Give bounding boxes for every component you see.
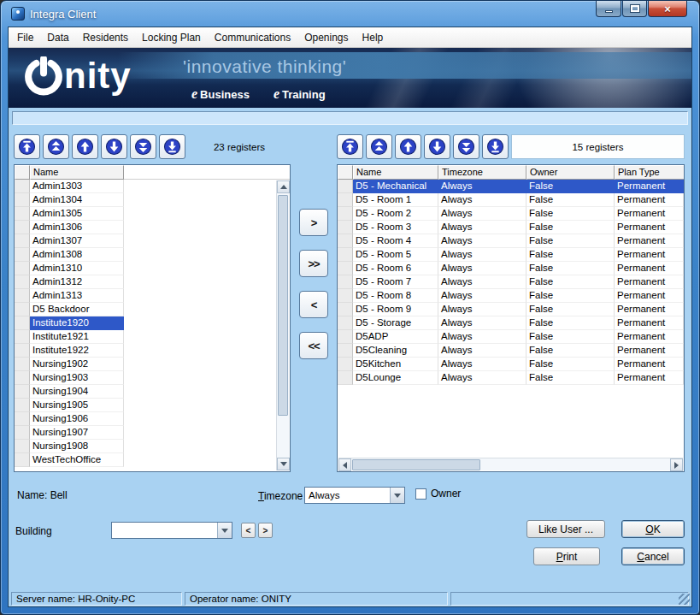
timezone-cell[interactable]: Always [438, 303, 526, 316]
row-selector[interactable] [338, 207, 353, 221]
register-name-cell[interactable]: Nursing1902 [30, 358, 124, 371]
row-selector[interactable] [15, 234, 30, 248]
register-name-cell[interactable]: D5 Backdoor [30, 303, 124, 316]
name-cell[interactable]: D5 - Room 9 [353, 303, 438, 316]
row-selector[interactable] [15, 344, 30, 358]
register-name-cell[interactable]: Admin1307 [30, 234, 124, 248]
register-name-cell[interactable]: Nursing1904 [30, 385, 124, 399]
column-header-owner[interactable]: Owner [526, 165, 615, 180]
name-cell[interactable]: D5 - Room 1 [353, 193, 438, 207]
left-move-down-button[interactable] [101, 134, 127, 159]
row-selector[interactable] [338, 330, 353, 344]
list-item[interactable]: Admin1313 [15, 289, 290, 303]
row-selector[interactable] [338, 180, 353, 193]
menu-item-data[interactable]: Data [40, 28, 75, 47]
timezone-cell[interactable]: Always [438, 193, 526, 207]
owner-cell[interactable]: False [526, 330, 615, 344]
plan-type-cell[interactable]: Permanent [615, 358, 684, 371]
list-item[interactable]: Admin1312 [15, 275, 290, 289]
row-selector[interactable] [15, 289, 30, 303]
row-selector[interactable] [338, 262, 353, 275]
list-item[interactable]: Nursing1906 [15, 412, 290, 426]
list-item[interactable]: Nursing1904 [15, 385, 290, 399]
register-name-cell[interactable]: Nursing1908 [30, 440, 124, 453]
list-item[interactable]: Institute1922 [15, 344, 290, 358]
row-selector[interactable] [338, 275, 353, 289]
register-name-cell[interactable]: Institute1921 [30, 330, 124, 344]
like-user-button[interactable]: Like User ... [526, 520, 605, 538]
right-move-to-top-button[interactable] [337, 134, 363, 159]
register-name-cell[interactable]: Admin1305 [30, 207, 124, 221]
left-vertical-scrollbar[interactable] [276, 180, 289, 470]
timezone-cell[interactable]: Always [438, 248, 526, 262]
row-selector[interactable] [15, 358, 30, 371]
row-selector[interactable] [338, 316, 353, 330]
list-item[interactable]: Nursing1905 [15, 399, 290, 412]
row-selector[interactable] [15, 330, 30, 344]
move-all-right-button[interactable]: >> [299, 250, 328, 277]
left-name-column-header[interactable]: Name [30, 165, 124, 180]
row-selector[interactable] [15, 275, 30, 289]
plan-type-cell[interactable]: Permanent [615, 289, 684, 303]
timezone-cell[interactable]: Always [438, 221, 526, 234]
owner-checkbox[interactable] [415, 488, 426, 500]
name-cell[interactable]: D5Cleaning [353, 344, 438, 358]
name-cell[interactable]: D5 - Room 3 [353, 221, 438, 234]
row-selector[interactable] [15, 440, 30, 453]
name-cell[interactable]: D5Lounge [353, 371, 438, 385]
row-selector[interactable] [15, 316, 30, 330]
row-selector[interactable] [15, 207, 30, 221]
move-left-button[interactable]: < [299, 291, 328, 318]
list-item[interactable]: Institute1921 [15, 330, 290, 344]
timezone-cell[interactable]: Always [438, 316, 526, 330]
register-name-cell[interactable]: Nursing1907 [30, 426, 124, 440]
owner-cell[interactable]: False [526, 180, 615, 193]
table-row[interactable]: D5 - Room 8AlwaysFalsePermanent [338, 289, 684, 303]
left-move-to-top-button[interactable] [14, 134, 40, 159]
list-item[interactable]: Nursing1903 [15, 371, 290, 385]
list-item[interactable]: Admin1307 [15, 234, 290, 248]
row-selector[interactable] [15, 385, 30, 399]
name-cell[interactable]: D5 - Room 8 [353, 289, 438, 303]
owner-cell[interactable]: False [526, 316, 615, 330]
timezone-cell[interactable]: Always [438, 275, 526, 289]
menu-item-locking-plan[interactable]: Locking Plan [135, 28, 208, 47]
table-row[interactable]: D5 - Room 7AlwaysFalsePermanent [338, 275, 684, 289]
owner-cell[interactable]: False [526, 207, 615, 221]
menu-item-residents[interactable]: Residents [76, 28, 135, 47]
row-selector[interactable] [15, 426, 30, 440]
row-selector[interactable] [15, 412, 30, 426]
register-name-cell[interactable]: Admin1313 [30, 289, 124, 303]
register-name-cell[interactable]: Admin1312 [30, 275, 124, 289]
row-selector[interactable] [15, 399, 30, 412]
timezone-cell[interactable]: Always [438, 234, 526, 248]
resize-grip[interactable] [679, 594, 690, 605]
name-cell[interactable]: D5 - Room 5 [353, 248, 438, 262]
right-page-down-button[interactable] [453, 134, 479, 159]
register-name-cell[interactable]: Nursing1905 [30, 399, 124, 412]
name-cell[interactable]: D5 - Room 7 [353, 275, 438, 289]
column-header-timezone[interactable]: Timezone [438, 165, 526, 180]
column-header-name[interactable]: Name [353, 165, 438, 180]
register-name-cell[interactable]: Admin1308 [30, 248, 124, 262]
register-name-cell[interactable]: Institute1920 [30, 316, 124, 330]
move-right-button[interactable]: > [299, 209, 328, 236]
register-name-cell[interactable]: Admin1306 [30, 221, 124, 234]
owner-cell[interactable]: False [526, 303, 615, 316]
menu-item-help[interactable]: Help [356, 28, 391, 47]
scroll-track[interactable] [351, 458, 670, 470]
left-page-up-button[interactable] [43, 134, 69, 159]
menu-item-communications[interactable]: Communications [208, 28, 297, 47]
table-row[interactable]: D5 - Room 6AlwaysFalsePermanent [338, 262, 684, 275]
row-selector[interactable] [15, 371, 30, 385]
table-row[interactable]: D5 - Room 9AlwaysFalsePermanent [338, 303, 684, 316]
list-item[interactable]: D5 Backdoor [15, 303, 290, 316]
scroll-thumb[interactable] [352, 459, 480, 470]
timezone-cell[interactable]: Always [438, 358, 526, 371]
owner-cell[interactable]: False [526, 248, 615, 262]
row-selector[interactable] [338, 344, 353, 358]
right-move-down-button[interactable] [424, 134, 450, 159]
row-selector[interactable] [15, 180, 30, 193]
plan-type-cell[interactable]: Permanent [615, 344, 684, 358]
register-name-cell[interactable]: Nursing1906 [30, 412, 124, 426]
